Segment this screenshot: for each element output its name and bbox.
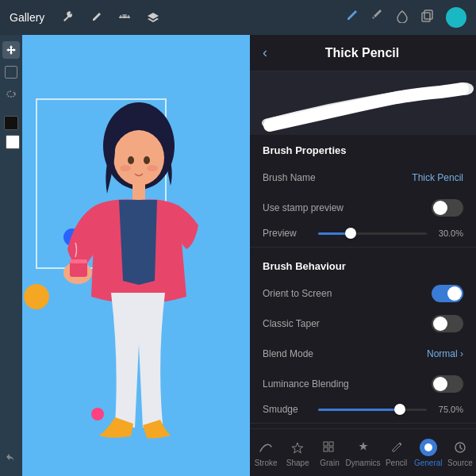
svg-rect-16 bbox=[324, 447, 328, 451]
preview-slider-label: Preview bbox=[263, 228, 310, 239]
panel-header: ‹ Thick Pencil bbox=[250, 35, 476, 71]
svg-point-18 bbox=[424, 443, 432, 451]
orient-screen-toggle[interactable] bbox=[432, 285, 463, 302]
strikethrough-icon[interactable] bbox=[116, 9, 133, 26]
shape-tab-label: Shape bbox=[286, 459, 309, 467]
blend-mode-label: Blend Mode bbox=[263, 348, 420, 359]
back-button[interactable]: ‹ bbox=[263, 44, 267, 61]
blend-mode-value: Normal › bbox=[427, 348, 463, 359]
illustration-area bbox=[0, 35, 242, 476]
settings-scroll-area[interactable]: Brush Properties Brush Name Thick Pencil… bbox=[250, 135, 476, 428]
svg-point-12 bbox=[147, 165, 158, 171]
brush-stroke-svg bbox=[250, 71, 476, 135]
brush-name-value: Thick Pencil bbox=[412, 172, 463, 183]
tab-source[interactable]: Source bbox=[444, 439, 476, 467]
stamp-preview-label: Use stamp preview bbox=[263, 202, 432, 213]
dynamics-tab-icon bbox=[355, 439, 372, 456]
divider-1 bbox=[250, 247, 476, 248]
source-tab-label: Source bbox=[447, 459, 473, 467]
svg-point-13 bbox=[455, 83, 474, 95]
smudge-slider-track[interactable] bbox=[318, 409, 427, 411]
divider-2 bbox=[250, 423, 476, 424]
pencil-tab-label: Pencil bbox=[386, 459, 407, 467]
user-avatar[interactable] bbox=[446, 7, 466, 28]
stroke-tab-label: Stroke bbox=[255, 459, 278, 467]
toolbar-right bbox=[344, 7, 466, 28]
orient-screen-row: Orient to Screen bbox=[250, 278, 476, 309]
source-tab-icon bbox=[451, 439, 469, 456]
svg-point-10 bbox=[144, 156, 150, 164]
gallery-button[interactable]: Gallery bbox=[10, 11, 44, 24]
toolbar-left: Gallery bbox=[10, 9, 162, 26]
smudge-slider-label: Smudge bbox=[263, 404, 310, 415]
svg-rect-17 bbox=[329, 447, 333, 451]
shape-tab-icon bbox=[289, 439, 306, 456]
panel-title: Thick Pencil bbox=[277, 46, 447, 60]
move-tool[interactable] bbox=[2, 41, 20, 59]
brush-settings-panel: ‹ Thick Pencil Brush Properties Brush Na… bbox=[250, 35, 476, 476]
grain-tab-label: Grain bbox=[320, 459, 339, 467]
smudge-slider-row: Smudge 75.0% bbox=[250, 399, 476, 420]
orient-screen-label: Orient to Screen bbox=[263, 288, 432, 299]
top-toolbar: Gallery bbox=[0, 0, 476, 35]
stamp-preview-row: Use stamp preview bbox=[250, 193, 476, 223]
tab-stroke[interactable]: Stroke bbox=[250, 439, 282, 467]
bottom-tab-bar: Stroke Shape Grain Dynamics bbox=[250, 428, 476, 476]
classic-taper-toggle[interactable] bbox=[432, 315, 463, 332]
undo-button[interactable] bbox=[2, 452, 20, 470]
brush-name-label: Brush Name bbox=[263, 172, 405, 183]
stamp-preview-toggle[interactable] bbox=[432, 199, 463, 217]
color-swatch-black[interactable] bbox=[2, 114, 20, 132]
svg-rect-8 bbox=[70, 259, 87, 263]
select-tool[interactable] bbox=[2, 63, 20, 81]
eraser-icon[interactable] bbox=[370, 9, 384, 26]
layers-icon[interactable] bbox=[144, 9, 162, 26]
toolbar-center bbox=[59, 9, 162, 26]
tab-shape[interactable]: Shape bbox=[282, 439, 313, 467]
pencil-tab-icon bbox=[388, 439, 405, 456]
tab-grain[interactable]: Grain bbox=[313, 439, 345, 467]
svg-rect-0 bbox=[119, 17, 130, 18]
brush-select-icon[interactable] bbox=[344, 9, 359, 26]
stroke-tab-icon bbox=[257, 439, 274, 456]
luminance-row: Luminance Blending bbox=[250, 369, 476, 399]
svg-point-11 bbox=[120, 165, 131, 171]
svg-rect-14 bbox=[324, 442, 328, 446]
svg-rect-2 bbox=[424, 10, 432, 19]
character-svg bbox=[16, 59, 242, 463]
preview-slider-track[interactable] bbox=[318, 232, 427, 235]
classic-taper-row: Classic Taper bbox=[250, 309, 476, 339]
brush-name-row: Brush Name Thick Pencil bbox=[250, 163, 476, 193]
left-tools-panel bbox=[0, 35, 22, 476]
smudge-slider-value: 75.0% bbox=[435, 405, 463, 414]
tab-general[interactable]: General bbox=[413, 439, 444, 467]
color-swatch-white[interactable] bbox=[2, 136, 20, 154]
luminance-label: Luminance Blending bbox=[263, 378, 432, 390]
svg-rect-5 bbox=[132, 183, 145, 201]
grain-tab-icon bbox=[321, 439, 338, 456]
wrench-icon[interactable] bbox=[59, 9, 76, 26]
svg-point-4 bbox=[113, 130, 164, 186]
svg-point-9 bbox=[128, 156, 134, 164]
general-tab-icon bbox=[420, 439, 437, 456]
copy-icon[interactable] bbox=[420, 9, 435, 26]
svg-rect-1 bbox=[422, 13, 430, 21]
blend-mode-row[interactable]: Blend Mode Normal › bbox=[250, 339, 476, 369]
smudge-icon[interactable] bbox=[395, 9, 409, 26]
dynamics-tab-label: Dynamics bbox=[346, 459, 381, 467]
svg-rect-15 bbox=[329, 442, 333, 446]
classic-taper-label: Classic Taper bbox=[263, 318, 432, 329]
preview-slider-value: 30.0% bbox=[435, 228, 463, 238]
general-tab-label: General bbox=[414, 459, 443, 467]
brush-properties-title: Brush Properties bbox=[250, 135, 476, 163]
brush-behaviour-title: Brush Behaviour bbox=[250, 251, 476, 278]
tab-pencil[interactable]: Pencil bbox=[380, 439, 412, 467]
lasso-tool[interactable] bbox=[2, 86, 20, 103]
preview-slider-row: Preview 30.0% bbox=[250, 223, 476, 244]
pen-icon[interactable] bbox=[87, 9, 105, 26]
tab-dynamics[interactable]: Dynamics bbox=[346, 439, 381, 467]
brush-preview-area bbox=[250, 71, 476, 135]
luminance-toggle[interactable] bbox=[432, 375, 463, 393]
